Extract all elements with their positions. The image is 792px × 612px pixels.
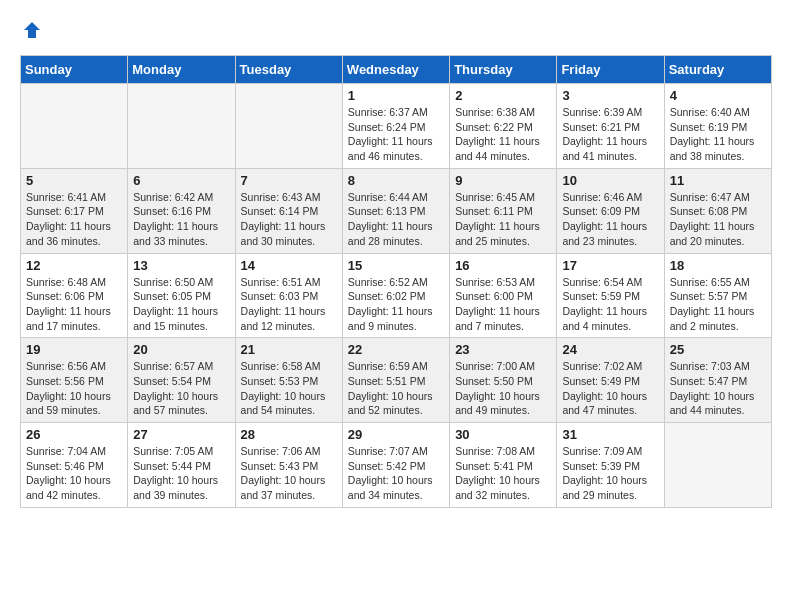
calendar-cell: 8Sunrise: 6:44 AM Sunset: 6:13 PM Daylig…	[342, 168, 449, 253]
weekday-header-cell: Monday	[128, 56, 235, 84]
calendar-cell: 16Sunrise: 6:53 AM Sunset: 6:00 PM Dayli…	[450, 253, 557, 338]
day-number: 28	[241, 427, 337, 442]
calendar-cell: 30Sunrise: 7:08 AM Sunset: 5:41 PM Dayli…	[450, 423, 557, 508]
day-info: Sunrise: 6:58 AM Sunset: 5:53 PM Dayligh…	[241, 359, 337, 418]
day-number: 21	[241, 342, 337, 357]
day-info: Sunrise: 6:52 AM Sunset: 6:02 PM Dayligh…	[348, 275, 444, 334]
day-number: 4	[670, 88, 766, 103]
day-number: 14	[241, 258, 337, 273]
day-number: 19	[26, 342, 122, 357]
weekday-header-cell: Tuesday	[235, 56, 342, 84]
day-info: Sunrise: 6:53 AM Sunset: 6:00 PM Dayligh…	[455, 275, 551, 334]
calendar-table: SundayMondayTuesdayWednesdayThursdayFrid…	[20, 55, 772, 508]
calendar-cell	[235, 84, 342, 169]
calendar-cell: 17Sunrise: 6:54 AM Sunset: 5:59 PM Dayli…	[557, 253, 664, 338]
logo	[20, 20, 42, 45]
calendar-week-row: 12Sunrise: 6:48 AM Sunset: 6:06 PM Dayli…	[21, 253, 772, 338]
calendar-cell: 10Sunrise: 6:46 AM Sunset: 6:09 PM Dayli…	[557, 168, 664, 253]
calendar-cell: 4Sunrise: 6:40 AM Sunset: 6:19 PM Daylig…	[664, 84, 771, 169]
calendar-cell: 2Sunrise: 6:38 AM Sunset: 6:22 PM Daylig…	[450, 84, 557, 169]
day-info: Sunrise: 6:42 AM Sunset: 6:16 PM Dayligh…	[133, 190, 229, 249]
day-info: Sunrise: 6:54 AM Sunset: 5:59 PM Dayligh…	[562, 275, 658, 334]
day-info: Sunrise: 7:04 AM Sunset: 5:46 PM Dayligh…	[26, 444, 122, 503]
day-info: Sunrise: 6:45 AM Sunset: 6:11 PM Dayligh…	[455, 190, 551, 249]
day-number: 11	[670, 173, 766, 188]
day-info: Sunrise: 7:07 AM Sunset: 5:42 PM Dayligh…	[348, 444, 444, 503]
day-number: 8	[348, 173, 444, 188]
calendar-cell: 5Sunrise: 6:41 AM Sunset: 6:17 PM Daylig…	[21, 168, 128, 253]
day-number: 27	[133, 427, 229, 442]
calendar-cell: 18Sunrise: 6:55 AM Sunset: 5:57 PM Dayli…	[664, 253, 771, 338]
calendar-cell: 15Sunrise: 6:52 AM Sunset: 6:02 PM Dayli…	[342, 253, 449, 338]
day-info: Sunrise: 7:02 AM Sunset: 5:49 PM Dayligh…	[562, 359, 658, 418]
day-info: Sunrise: 6:38 AM Sunset: 6:22 PM Dayligh…	[455, 105, 551, 164]
day-number: 24	[562, 342, 658, 357]
day-number: 23	[455, 342, 551, 357]
day-info: Sunrise: 6:46 AM Sunset: 6:09 PM Dayligh…	[562, 190, 658, 249]
day-info: Sunrise: 6:56 AM Sunset: 5:56 PM Dayligh…	[26, 359, 122, 418]
day-number: 15	[348, 258, 444, 273]
day-number: 12	[26, 258, 122, 273]
day-number: 20	[133, 342, 229, 357]
calendar-cell: 3Sunrise: 6:39 AM Sunset: 6:21 PM Daylig…	[557, 84, 664, 169]
day-number: 7	[241, 173, 337, 188]
calendar-cell: 14Sunrise: 6:51 AM Sunset: 6:03 PM Dayli…	[235, 253, 342, 338]
weekday-header-cell: Friday	[557, 56, 664, 84]
day-info: Sunrise: 6:51 AM Sunset: 6:03 PM Dayligh…	[241, 275, 337, 334]
day-info: Sunrise: 6:39 AM Sunset: 6:21 PM Dayligh…	[562, 105, 658, 164]
day-number: 9	[455, 173, 551, 188]
calendar-cell: 23Sunrise: 7:00 AM Sunset: 5:50 PM Dayli…	[450, 338, 557, 423]
day-number: 13	[133, 258, 229, 273]
day-info: Sunrise: 7:00 AM Sunset: 5:50 PM Dayligh…	[455, 359, 551, 418]
calendar-cell: 7Sunrise: 6:43 AM Sunset: 6:14 PM Daylig…	[235, 168, 342, 253]
calendar-cell: 31Sunrise: 7:09 AM Sunset: 5:39 PM Dayli…	[557, 423, 664, 508]
day-number: 5	[26, 173, 122, 188]
day-info: Sunrise: 6:48 AM Sunset: 6:06 PM Dayligh…	[26, 275, 122, 334]
day-info: Sunrise: 6:43 AM Sunset: 6:14 PM Dayligh…	[241, 190, 337, 249]
calendar-cell: 20Sunrise: 6:57 AM Sunset: 5:54 PM Dayli…	[128, 338, 235, 423]
calendar-cell: 22Sunrise: 6:59 AM Sunset: 5:51 PM Dayli…	[342, 338, 449, 423]
day-number: 30	[455, 427, 551, 442]
day-info: Sunrise: 6:37 AM Sunset: 6:24 PM Dayligh…	[348, 105, 444, 164]
day-number: 17	[562, 258, 658, 273]
day-info: Sunrise: 7:06 AM Sunset: 5:43 PM Dayligh…	[241, 444, 337, 503]
calendar-body: 1Sunrise: 6:37 AM Sunset: 6:24 PM Daylig…	[21, 84, 772, 508]
day-info: Sunrise: 6:59 AM Sunset: 5:51 PM Dayligh…	[348, 359, 444, 418]
day-number: 22	[348, 342, 444, 357]
calendar-cell: 24Sunrise: 7:02 AM Sunset: 5:49 PM Dayli…	[557, 338, 664, 423]
day-number: 25	[670, 342, 766, 357]
calendar-cell	[128, 84, 235, 169]
calendar-week-row: 1Sunrise: 6:37 AM Sunset: 6:24 PM Daylig…	[21, 84, 772, 169]
day-info: Sunrise: 6:47 AM Sunset: 6:08 PM Dayligh…	[670, 190, 766, 249]
calendar-cell: 29Sunrise: 7:07 AM Sunset: 5:42 PM Dayli…	[342, 423, 449, 508]
calendar-cell: 26Sunrise: 7:04 AM Sunset: 5:46 PM Dayli…	[21, 423, 128, 508]
day-info: Sunrise: 7:05 AM Sunset: 5:44 PM Dayligh…	[133, 444, 229, 503]
weekday-header-cell: Wednesday	[342, 56, 449, 84]
day-number: 3	[562, 88, 658, 103]
calendar-cell: 25Sunrise: 7:03 AM Sunset: 5:47 PM Dayli…	[664, 338, 771, 423]
day-info: Sunrise: 6:41 AM Sunset: 6:17 PM Dayligh…	[26, 190, 122, 249]
weekday-header-row: SundayMondayTuesdayWednesdayThursdayFrid…	[21, 56, 772, 84]
calendar-cell: 19Sunrise: 6:56 AM Sunset: 5:56 PM Dayli…	[21, 338, 128, 423]
day-number: 16	[455, 258, 551, 273]
calendar-cell	[21, 84, 128, 169]
calendar-cell: 11Sunrise: 6:47 AM Sunset: 6:08 PM Dayli…	[664, 168, 771, 253]
day-number: 29	[348, 427, 444, 442]
calendar-cell: 27Sunrise: 7:05 AM Sunset: 5:44 PM Dayli…	[128, 423, 235, 508]
svg-marker-0	[24, 22, 40, 38]
day-info: Sunrise: 6:40 AM Sunset: 6:19 PM Dayligh…	[670, 105, 766, 164]
day-number: 18	[670, 258, 766, 273]
weekday-header-cell: Sunday	[21, 56, 128, 84]
day-info: Sunrise: 6:44 AM Sunset: 6:13 PM Dayligh…	[348, 190, 444, 249]
calendar-week-row: 19Sunrise: 6:56 AM Sunset: 5:56 PM Dayli…	[21, 338, 772, 423]
calendar-cell: 28Sunrise: 7:06 AM Sunset: 5:43 PM Dayli…	[235, 423, 342, 508]
day-info: Sunrise: 6:57 AM Sunset: 5:54 PM Dayligh…	[133, 359, 229, 418]
day-info: Sunrise: 6:55 AM Sunset: 5:57 PM Dayligh…	[670, 275, 766, 334]
day-info: Sunrise: 6:50 AM Sunset: 6:05 PM Dayligh…	[133, 275, 229, 334]
calendar-cell: 1Sunrise: 6:37 AM Sunset: 6:24 PM Daylig…	[342, 84, 449, 169]
calendar-cell: 6Sunrise: 6:42 AM Sunset: 6:16 PM Daylig…	[128, 168, 235, 253]
weekday-header-cell: Saturday	[664, 56, 771, 84]
day-number: 6	[133, 173, 229, 188]
day-info: Sunrise: 7:03 AM Sunset: 5:47 PM Dayligh…	[670, 359, 766, 418]
calendar-week-row: 5Sunrise: 6:41 AM Sunset: 6:17 PM Daylig…	[21, 168, 772, 253]
